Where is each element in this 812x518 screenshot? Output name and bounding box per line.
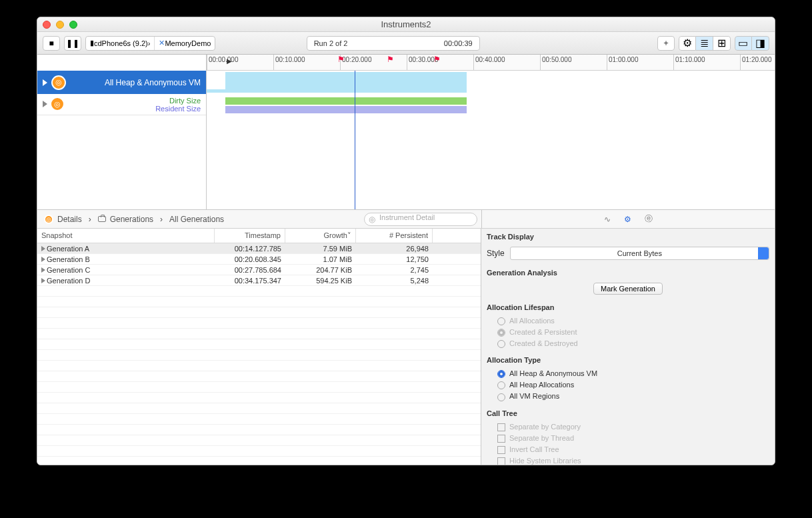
view-mode-group: ⚙ ≣ ⊞: [679, 36, 731, 51]
lifespan-title: Allocation Lifespan: [481, 299, 775, 315]
table-row[interactable]: Generation C00:27.785.684204.77 KiB2,745: [37, 265, 481, 275]
table-row: [37, 425, 481, 435]
table-row: [37, 350, 481, 361]
details-crumb[interactable]: ◎Details: [37, 210, 89, 228]
life-opt: Created & Persistent: [481, 327, 775, 338]
list-view-icon[interactable]: ≣: [696, 36, 713, 51]
generations-crumb[interactable]: Generations: [91, 210, 160, 228]
snapshot-icon: [98, 216, 106, 222]
table-row: [37, 457, 481, 465]
time-ruler[interactable]: 00:00.000 00:10.000 00:20.000 00:30.000 …: [207, 55, 775, 71]
ct-opt: Hide System Libraries: [481, 455, 775, 465]
table-row: [37, 414, 481, 425]
track-display-title: Track Display: [481, 229, 775, 245]
record-button[interactable]: ■: [43, 36, 60, 51]
timeline: ◎ All Heap & Anonymous VM ◎ Dirty Size R…: [37, 55, 775, 210]
toolbar: ■ ❚❚ ▮ cdPhone6s (9.2) › ✕ MemoryDemo Ru…: [37, 32, 775, 55]
ct-opt: Separate by Thread: [481, 433, 775, 444]
allocations-track-header[interactable]: ◎ All Heap & Anonymous VM: [37, 71, 206, 94]
gen-analysis-title: Generation Analysis: [481, 265, 775, 281]
strategy-icon[interactable]: ⚙: [679, 36, 696, 51]
run-status[interactable]: Run 2 of 2 00:00:39: [307, 36, 480, 51]
style-label: Style: [487, 249, 505, 258]
col-timestamp[interactable]: Timestamp: [215, 229, 285, 243]
vm-tracker-track-header[interactable]: ◎ Dirty Size Resident Size: [37, 94, 206, 115]
dirty-size-bar: [225, 97, 467, 105]
table-row: [37, 361, 481, 371]
target-selector[interactable]: ▮ cdPhone6s (9.2) › ✕ MemoryDemo: [85, 36, 215, 51]
table-row: [37, 329, 481, 339]
instrument-detail-search[interactable]: Instrument Detail: [364, 213, 477, 226]
table-row: [37, 339, 481, 350]
ct-opt: Invert Call Tree: [481, 444, 775, 455]
inspector-pane-icon[interactable]: ◨: [752, 36, 769, 51]
dirty-size-label: Dirty Size: [169, 97, 201, 105]
disclosure-icon[interactable]: [43, 79, 47, 86]
resident-size-label: Resident Size: [155, 105, 201, 113]
timeline-graph[interactable]: [207, 71, 775, 209]
flag-icon[interactable]: ⚑: [337, 55, 345, 64]
flag-icon[interactable]: ⚑: [387, 55, 394, 64]
wave-icon[interactable]: ∿: [604, 215, 611, 224]
mark-generation-button[interactable]: Mark Generation: [593, 283, 663, 295]
table-row: [37, 297, 481, 307]
run-label: Run 2 of 2: [314, 39, 348, 47]
allocations-icon: ◎: [51, 75, 66, 90]
resident-size-bar: [225, 106, 467, 113]
type-opt[interactable]: All Heap & Anonymous VM: [481, 368, 775, 379]
col-persistent[interactable]: # Persistent: [356, 229, 433, 243]
add-instrument-button[interactable]: ＋: [657, 36, 675, 51]
titlebar[interactable]: Instruments2: [37, 17, 775, 32]
alloc-type-title: Allocation Type: [481, 352, 775, 368]
table-row: [37, 446, 481, 457]
playhead-marker[interactable]: ▶: [227, 57, 232, 65]
table-row: [37, 307, 481, 318]
panel-toggle-group: ▭ ◨: [735, 36, 769, 51]
life-opt: Created & Destroyed: [481, 338, 775, 349]
extended-detail-icon[interactable]: ⓔ: [645, 213, 653, 225]
instruments-window: Instruments2 ■ ❚❚ ▮ cdPhone6s (9.2) › ✕ …: [37, 17, 775, 465]
device-chip: ▮ cdPhone6s (9.2) ›: [86, 37, 155, 50]
playhead[interactable]: [355, 71, 355, 209]
table-row: [37, 382, 481, 393]
type-opt[interactable]: All Heap Allocations: [481, 379, 775, 391]
detail-breadcrumb: ◎Details › Generations › All Generations…: [37, 210, 775, 229]
details-icon: ◎: [44, 215, 53, 224]
vm-tracker-icon: ◎: [50, 97, 65, 111]
table-row[interactable]: Generation D00:34.175.347594.25 KiB5,248: [37, 275, 481, 286]
call-tree-title: Call Tree: [481, 405, 775, 421]
allocations-area: [225, 72, 467, 93]
table-row: [37, 403, 481, 414]
type-opt[interactable]: All VM Regions: [481, 391, 775, 402]
style-select[interactable]: Current Bytes: [510, 247, 769, 260]
all-generations-crumb[interactable]: All Generations: [163, 210, 231, 228]
col-snapshot[interactable]: Snapshot: [37, 229, 215, 243]
table-row: [37, 435, 481, 446]
detail-pane-icon[interactable]: ▭: [735, 36, 752, 51]
table-row[interactable]: Generation A00:14.127.7857.59 MiB26,948: [37, 243, 481, 254]
inspector-panel: Track Display Style Current Bytes Genera…: [481, 229, 775, 465]
table-row: [37, 286, 481, 297]
flag-icon[interactable]: ⚑: [433, 55, 441, 64]
table-row: [37, 393, 481, 403]
pause-button[interactable]: ❚❚: [64, 36, 81, 51]
run-time: 00:00:39: [444, 39, 473, 47]
grid-view-icon[interactable]: ⊞: [713, 36, 731, 51]
window-title: Instruments2: [37, 19, 775, 29]
generations-table: Snapshot Timestamp Growth˅ # Persistent …: [37, 229, 481, 465]
life-opt: All Allocations: [481, 315, 775, 327]
ct-opt: Separate by Category: [481, 421, 775, 433]
table-row: [37, 371, 481, 382]
table-row: [37, 318, 481, 329]
col-growth[interactable]: Growth˅: [285, 229, 356, 243]
disclosure-icon[interactable]: [43, 101, 47, 107]
gear-icon[interactable]: ⚙: [624, 215, 631, 224]
scheme-chip: ✕ MemoryDemo: [155, 37, 215, 50]
table-row[interactable]: Generation B00:20.608.3451.07 MiB12,750: [37, 254, 481, 265]
